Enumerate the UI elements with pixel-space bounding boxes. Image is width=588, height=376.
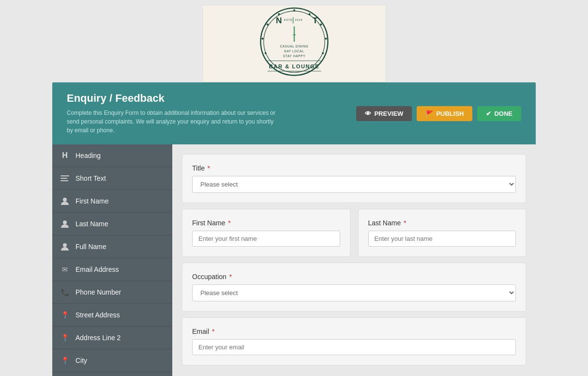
svg-text:STAY HAPPY: STAY HAPPY <box>283 54 305 58</box>
publish-icon: 🚩 <box>425 110 433 117</box>
first-name-required: * <box>228 219 230 227</box>
svg-point-29 <box>63 243 67 247</box>
last-name-section: Last Name * <box>358 209 527 257</box>
form-content: Title * Please select Mr. Mrs. Ms. Dr. P… <box>172 144 536 376</box>
street-address-icon: 📍 <box>60 310 70 320</box>
first-name-icon <box>60 196 70 206</box>
email-required: * <box>212 328 214 335</box>
publish-button[interactable]: 🚩 PUBLISH <box>417 106 472 121</box>
last-name-label: Last Name * <box>368 219 516 227</box>
full-name-icon <box>60 242 70 251</box>
title-required: * <box>208 164 210 172</box>
sidebar-label-last-name: Last Name <box>75 220 108 228</box>
svg-point-6 <box>322 52 324 54</box>
sidebar-label-phone-number: Phone Number <box>75 288 121 296</box>
form-header: Enquiry / Feedback Complete this Enquiry… <box>52 82 536 144</box>
svg-text:ESTD: ESTD <box>284 18 292 21</box>
bar-lounge-logo: N T ESTD 2018 CASUAL DINING EAT LOCAL ST… <box>256 7 333 80</box>
phone-icon: 📞 <box>60 287 70 297</box>
occupation-section: Occupation * Please select Student Emplo… <box>182 263 526 312</box>
sidebar-item-street-address[interactable]: 📍 Street Address <box>52 304 172 327</box>
title-select[interactable]: Please select Mr. Mrs. Ms. Dr. Prof. <box>192 176 516 193</box>
last-name-icon <box>60 219 70 229</box>
first-name-input[interactable] <box>192 231 340 247</box>
done-icon: ✔ <box>486 110 491 117</box>
svg-rect-25 <box>60 178 67 179</box>
address-line-2-icon: 📍 <box>60 333 70 343</box>
form-description: Complete this Enquiry Form to obtain add… <box>67 109 280 135</box>
preview-button[interactable]: 👁 PREVIEW <box>356 106 412 121</box>
svg-point-10 <box>264 52 266 54</box>
email-section: Email * <box>182 317 526 365</box>
last-name-required: * <box>404 219 406 227</box>
last-name-input[interactable] <box>368 231 516 247</box>
occupation-select[interactable]: Please select Student Employed Self-empl… <box>192 284 516 301</box>
occupation-label: Occupation * <box>192 273 516 281</box>
svg-text:BAR & LOUNGE: BAR & LOUNGE <box>269 63 319 69</box>
preview-icon: 👁 <box>365 110 371 117</box>
city-icon: 📍 <box>60 356 70 365</box>
svg-point-28 <box>63 220 67 224</box>
sidebar-label-full-name: Full Name <box>75 243 106 251</box>
sidebar-item-short-text[interactable]: Short Text <box>52 167 172 190</box>
sidebar-label-city: City <box>75 357 87 364</box>
content-area: H Heading Short Text <box>52 144 536 376</box>
email-label: Email * <box>192 328 516 335</box>
svg-point-2 <box>293 9 295 11</box>
sidebar-label-address-line-2: Address Line 2 <box>75 334 121 342</box>
svg-point-4 <box>320 24 322 26</box>
svg-point-7 <box>278 13 280 15</box>
email-input[interactable] <box>192 339 516 355</box>
svg-point-27 <box>63 198 67 202</box>
svg-point-8 <box>266 24 268 26</box>
sidebar-label-short-text: Short Text <box>75 174 106 182</box>
form-panel: Enquiry / Feedback Complete this Enquiry… <box>52 82 536 376</box>
svg-text:T: T <box>312 16 317 25</box>
svg-text:EAT LOCAL: EAT LOCAL <box>284 49 304 53</box>
svg-point-5 <box>325 38 327 40</box>
sidebar-item-address-line-2[interactable]: 📍 Address Line 2 <box>52 327 172 349</box>
form-title: Enquiry / Feedback <box>67 92 280 105</box>
sidebar-label-first-name: First Name <box>75 197 108 205</box>
sidebar: H Heading Short Text <box>52 144 172 376</box>
sidebar-label-street-address: Street Address <box>75 311 120 319</box>
svg-point-3 <box>308 13 310 15</box>
sidebar-item-phone-number[interactable]: 📞 Phone Number <box>52 281 172 304</box>
sidebar-item-full-name[interactable]: Full Name <box>52 235 172 258</box>
sidebar-item-heading[interactable]: H Heading <box>52 144 172 167</box>
heading-icon: H <box>60 151 70 160</box>
title-label: Title * <box>192 164 516 172</box>
svg-point-9 <box>261 38 263 40</box>
first-name-label: First Name * <box>192 219 340 227</box>
svg-rect-26 <box>60 180 68 181</box>
header-buttons: 👁 PREVIEW 🚩 PUBLISH ✔ DONE <box>356 106 521 121</box>
sidebar-item-email-address[interactable]: ✉ Email Address <box>52 258 172 281</box>
form-title-area: Enquiry / Feedback Complete this Enquiry… <box>67 92 280 135</box>
sidebar-item-first-name[interactable]: First Name <box>52 190 172 213</box>
svg-text:N: N <box>276 16 282 25</box>
short-text-icon <box>60 173 70 183</box>
name-row: First Name * Last Name * <box>182 209 526 263</box>
sidebar-label-email-address: Email Address <box>75 266 119 273</box>
svg-text:CASUAL DINING: CASUAL DINING <box>280 45 308 48</box>
title-section: Title * Please select Mr. Mrs. Ms. Dr. P… <box>182 154 526 203</box>
logo-container: N T ESTD 2018 CASUAL DINING EAT LOCAL ST… <box>202 5 386 82</box>
svg-text:2018: 2018 <box>295 18 302 21</box>
email-icon: ✉ <box>60 265 70 274</box>
done-button[interactable]: ✔ DONE <box>477 106 521 121</box>
svg-rect-24 <box>60 175 69 176</box>
logo-area: N T ESTD 2018 CASUAL DINING EAT LOCAL ST… <box>0 0 588 82</box>
sidebar-item-city[interactable]: 📍 City <box>52 349 172 372</box>
sidebar-label-heading: Heading <box>75 152 101 159</box>
occupation-required: * <box>229 273 232 281</box>
sidebar-item-state-province[interactable]: 📍 State/Province <box>52 372 172 376</box>
first-name-section: First Name * <box>182 209 350 257</box>
sidebar-item-last-name[interactable]: Last Name <box>52 213 172 235</box>
